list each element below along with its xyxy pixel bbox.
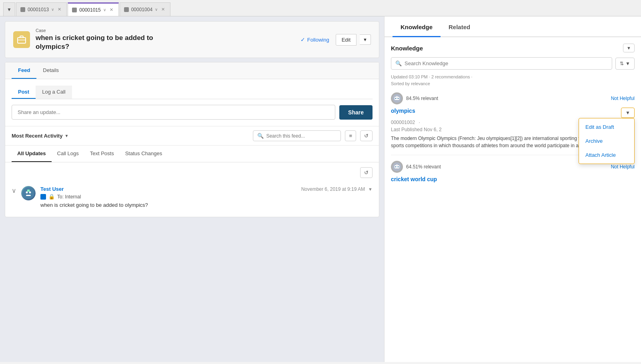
feed-content: ↺ ∨ — [5, 162, 379, 217]
chevron-down-icon: ▼ — [625, 110, 630, 116]
knowledge-article-row-1: olympics ▼ Edit as Draft Archive Attach … — [391, 108, 635, 118]
relevance-pct-1: 84.5% relevant — [406, 96, 438, 101]
dropdown-item-archive[interactable]: Archive — [579, 134, 634, 148]
avatar — [21, 186, 36, 200]
tab-close-icon[interactable]: ✕ — [56, 6, 62, 12]
knowledge-sorted: Sorted by relevance — [391, 81, 430, 86]
case-icon — [20, 7, 25, 12]
tab-00001013[interactable]: 00001013 ∨ ✕ — [16, 2, 67, 16]
case-icon — [72, 8, 77, 12]
not-helpful-link-2[interactable]: Not Helpful — [611, 164, 635, 170]
tab-00001004[interactable]: 00001004 ∨ ✕ — [120, 2, 170, 16]
case-icon — [124, 7, 129, 12]
filter-icon-button[interactable]: ≡ — [345, 130, 356, 141]
svg-rect-5 — [26, 195, 31, 196]
feed-controls: Most Recent Activity ▼ 🔍 ≡ ↺ — [5, 126, 379, 146]
knowledge-header: Knowledge ▼ — [391, 44, 635, 52]
right-tab-knowledge[interactable]: Knowledge — [393, 16, 441, 37]
filter-tab-call-logs[interactable]: Call Logs — [52, 146, 84, 162]
feed-badge-icon — [40, 194, 46, 200]
dropdown-item-edit-draft[interactable]: Edit as Draft — [579, 120, 634, 134]
sort-button[interactable]: ⇅ ▼ — [615, 58, 635, 70]
share-button[interactable]: Share — [339, 105, 373, 120]
activity-label: Most Recent Activity — [12, 133, 62, 139]
article-dropdown-menu: Edit as Draft Archive Attach Article — [579, 118, 635, 164]
post-tabs: Post Log a Call — [12, 86, 373, 99]
knowledge-search-box[interactable]: 🔍 — [391, 57, 612, 70]
refresh-icon-button[interactable]: ↺ — [360, 130, 373, 141]
briefcase-icon — [17, 35, 26, 44]
tab-details[interactable]: Details — [36, 62, 65, 79]
tab-00001015[interactable]: 00001015 ∨ ✕ — [68, 2, 118, 16]
chevron-down-icon: ▼ — [7, 7, 12, 12]
checkmark-icon: ✓ — [300, 36, 305, 43]
svg-point-3 — [26, 192, 28, 194]
browser-chrome: ▼ 00001013 ∨ ✕ 00001015 ∨ ✕ 00001004 ∨ ✕ — [0, 0, 641, 16]
filter-tab-status-changes[interactable]: Status Changes — [120, 146, 168, 162]
tab-list-dropdown[interactable]: ▼ — [3, 2, 15, 16]
feed-user-name: Test User — [40, 186, 64, 192]
tab-arrow-icon[interactable]: ∨ — [51, 7, 54, 12]
not-helpful-link-1[interactable]: Not Helpful — [611, 96, 635, 101]
knowledge-search-input[interactable] — [405, 60, 608, 66]
filter-tab-all-updates[interactable]: All Updates — [12, 146, 52, 162]
svg-point-15 — [398, 166, 399, 168]
robot-icon-2 — [393, 162, 401, 171]
right-panel: Knowledge Related Knowledge ▼ 🔍 ⇅ ▼ — [384, 16, 641, 362]
search-icon: 🔍 — [395, 60, 402, 66]
search-feed-input[interactable] — [266, 133, 337, 139]
chevron-down-icon: ▼ — [625, 61, 630, 66]
case-header-right: ✓ Following Edit ▼ — [297, 34, 371, 46]
case-header-left: Case when is cricket going to be added t… — [13, 28, 153, 51]
search-feed[interactable]: 🔍 — [253, 130, 341, 141]
svg-point-10 — [398, 98, 399, 99]
tab-close-icon[interactable]: ✕ — [108, 7, 114, 13]
filter-tabs: All Updates Call Logs Text Posts Status … — [5, 146, 379, 162]
edit-button[interactable]: Edit — [336, 34, 357, 46]
knowledge-section-dropdown[interactable]: ▼ — [623, 44, 635, 52]
svg-point-14 — [395, 166, 397, 168]
main-content: Feed Details Post Log a Call Share — [5, 62, 379, 217]
dropdown-item-attach-article[interactable]: Attach Article — [579, 148, 634, 162]
avatar-svg — [22, 187, 34, 199]
svg-point-2 — [22, 187, 34, 199]
relevance-row-1: 84.5% relevant Not Helpful — [391, 92, 635, 104]
right-tab-related[interactable]: Related — [441, 16, 478, 37]
filter-tab-text-posts[interactable]: Text Posts — [84, 146, 120, 162]
post-tab-post[interactable]: Post — [12, 86, 36, 99]
robot-icon — [393, 94, 401, 103]
case-header: Case when is cricket going to be added t… — [5, 21, 379, 58]
article-link-1[interactable]: olympics — [391, 108, 415, 114]
article-dropdown-button[interactable]: ▼ — [621, 108, 635, 118]
feed-item-dropdown[interactable]: ▼ — [368, 187, 373, 192]
content-tabs: Feed Details — [5, 62, 379, 79]
tab-label: 00001013 — [28, 7, 49, 12]
sort-icon: ⇅ — [620, 61, 624, 66]
knowledge-section-title: Knowledge — [391, 45, 423, 52]
following-button[interactable]: ✓ Following — [297, 35, 333, 44]
tab-feed[interactable]: Feed — [12, 62, 36, 79]
edit-dropdown-button[interactable]: ▼ — [360, 34, 371, 45]
search-icon: 🔍 — [257, 133, 264, 139]
tab-arrow-icon[interactable]: ∨ — [103, 8, 106, 12]
chevron-down-icon: ▼ — [64, 134, 68, 138]
refresh-button[interactable]: ↺ — [360, 167, 373, 178]
tab-close-icon[interactable]: ✕ — [160, 6, 166, 12]
tab-bar: ▼ 00001013 ∨ ✕ 00001015 ∨ ✕ 00001004 ∨ ✕ — [0, 2, 170, 16]
tab-arrow-icon[interactable]: ∨ — [155, 7, 158, 12]
tab-label: 00001004 — [131, 7, 152, 12]
app-container: Case when is cricket going to be added t… — [0, 16, 641, 362]
case-icon-box — [13, 31, 30, 48]
tab-label: 00001015 — [79, 7, 100, 13]
activity-dropdown[interactable]: Most Recent Activity ▼ — [12, 133, 68, 139]
collapse-icon[interactable]: ∨ — [12, 186, 16, 208]
svg-point-9 — [395, 98, 397, 99]
feed-timestamp: November 6, 2019 at 9:19 AM — [301, 186, 365, 192]
feed-meta: 🔒 To: Internal — [40, 194, 373, 200]
relevance-icon-2 — [391, 161, 403, 173]
post-tab-log[interactable]: Log a Call — [36, 86, 72, 99]
post-input[interactable] — [12, 105, 335, 120]
case-label: Case — [36, 28, 153, 33]
svg-rect-6 — [27, 190, 30, 192]
article-link-2[interactable]: cricket world cup — [391, 176, 437, 182]
